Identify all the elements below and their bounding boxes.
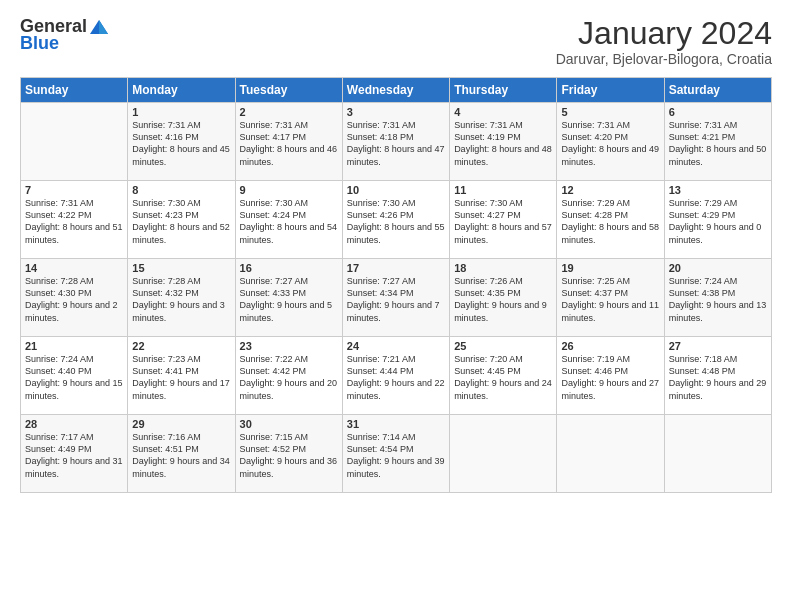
- cell-sunrise: Sunrise: 7:27 AMSunset: 4:33 PMDaylight:…: [240, 276, 333, 322]
- calendar-week-row: 21 Sunrise: 7:24 AMSunset: 4:40 PMDaylig…: [21, 337, 772, 415]
- day-number: 28: [25, 418, 123, 430]
- table-row: 3 Sunrise: 7:31 AMSunset: 4:18 PMDayligh…: [342, 103, 449, 181]
- table-row: 5 Sunrise: 7:31 AMSunset: 4:20 PMDayligh…: [557, 103, 664, 181]
- location-subtitle: Daruvar, Bjelovar-Bilogora, Croatia: [556, 51, 772, 67]
- cell-sunrise: Sunrise: 7:25 AMSunset: 4:37 PMDaylight:…: [561, 276, 659, 322]
- day-number: 9: [240, 184, 338, 196]
- table-row: 10 Sunrise: 7:30 AMSunset: 4:26 PMDaylig…: [342, 181, 449, 259]
- cell-sunrise: Sunrise: 7:31 AMSunset: 4:19 PMDaylight:…: [454, 120, 552, 166]
- cell-sunrise: Sunrise: 7:30 AMSunset: 4:23 PMDaylight:…: [132, 198, 230, 244]
- table-row: 12 Sunrise: 7:29 AMSunset: 4:28 PMDaylig…: [557, 181, 664, 259]
- cell-sunrise: Sunrise: 7:14 AMSunset: 4:54 PMDaylight:…: [347, 432, 445, 478]
- month-title: January 2024: [556, 16, 772, 51]
- day-number: 29: [132, 418, 230, 430]
- day-number: 25: [454, 340, 552, 352]
- day-number: 30: [240, 418, 338, 430]
- day-number: 16: [240, 262, 338, 274]
- cell-sunrise: Sunrise: 7:19 AMSunset: 4:46 PMDaylight:…: [561, 354, 659, 400]
- day-number: 3: [347, 106, 445, 118]
- day-number: 13: [669, 184, 767, 196]
- table-row: 8 Sunrise: 7:30 AMSunset: 4:23 PMDayligh…: [128, 181, 235, 259]
- table-row: 4 Sunrise: 7:31 AMSunset: 4:19 PMDayligh…: [450, 103, 557, 181]
- day-number: 21: [25, 340, 123, 352]
- day-number: 8: [132, 184, 230, 196]
- cell-sunrise: Sunrise: 7:18 AMSunset: 4:48 PMDaylight:…: [669, 354, 767, 400]
- logo-blue-text: Blue: [20, 33, 59, 54]
- day-number: 17: [347, 262, 445, 274]
- cell-sunrise: Sunrise: 7:30 AMSunset: 4:24 PMDaylight:…: [240, 198, 338, 244]
- table-row: 6 Sunrise: 7:31 AMSunset: 4:21 PMDayligh…: [664, 103, 771, 181]
- cell-sunrise: Sunrise: 7:31 AMSunset: 4:22 PMDaylight:…: [25, 198, 123, 244]
- table-row: 22 Sunrise: 7:23 AMSunset: 4:41 PMDaylig…: [128, 337, 235, 415]
- table-row: [557, 415, 664, 493]
- cell-sunrise: Sunrise: 7:17 AMSunset: 4:49 PMDaylight:…: [25, 432, 123, 478]
- day-number: 24: [347, 340, 445, 352]
- header-saturday: Saturday: [664, 78, 771, 103]
- table-row: 31 Sunrise: 7:14 AMSunset: 4:54 PMDaylig…: [342, 415, 449, 493]
- cell-sunrise: Sunrise: 7:31 AMSunset: 4:17 PMDaylight:…: [240, 120, 338, 166]
- header-sunday: Sunday: [21, 78, 128, 103]
- header-friday: Friday: [557, 78, 664, 103]
- table-row: 14 Sunrise: 7:28 AMSunset: 4:30 PMDaylig…: [21, 259, 128, 337]
- cell-sunrise: Sunrise: 7:16 AMSunset: 4:51 PMDaylight:…: [132, 432, 230, 478]
- table-row: 18 Sunrise: 7:26 AMSunset: 4:35 PMDaylig…: [450, 259, 557, 337]
- table-row: 20 Sunrise: 7:24 AMSunset: 4:38 PMDaylig…: [664, 259, 771, 337]
- header-tuesday: Tuesday: [235, 78, 342, 103]
- table-row: 19 Sunrise: 7:25 AMSunset: 4:37 PMDaylig…: [557, 259, 664, 337]
- cell-sunrise: Sunrise: 7:30 AMSunset: 4:27 PMDaylight:…: [454, 198, 552, 244]
- table-row: 9 Sunrise: 7:30 AMSunset: 4:24 PMDayligh…: [235, 181, 342, 259]
- header-wednesday: Wednesday: [342, 78, 449, 103]
- day-number: 5: [561, 106, 659, 118]
- cell-sunrise: Sunrise: 7:31 AMSunset: 4:21 PMDaylight:…: [669, 120, 767, 166]
- calendar-table: Sunday Monday Tuesday Wednesday Thursday…: [20, 77, 772, 493]
- day-number: 19: [561, 262, 659, 274]
- header-thursday: Thursday: [450, 78, 557, 103]
- logo-icon: [88, 18, 110, 36]
- day-number: 10: [347, 184, 445, 196]
- cell-sunrise: Sunrise: 7:31 AMSunset: 4:20 PMDaylight:…: [561, 120, 659, 166]
- cell-sunrise: Sunrise: 7:22 AMSunset: 4:42 PMDaylight:…: [240, 354, 338, 400]
- cell-sunrise: Sunrise: 7:31 AMSunset: 4:18 PMDaylight:…: [347, 120, 445, 166]
- svg-marker-1: [99, 20, 108, 34]
- table-row: 15 Sunrise: 7:28 AMSunset: 4:32 PMDaylig…: [128, 259, 235, 337]
- calendar-week-row: 28 Sunrise: 7:17 AMSunset: 4:49 PMDaylig…: [21, 415, 772, 493]
- table-row: [664, 415, 771, 493]
- table-row: 16 Sunrise: 7:27 AMSunset: 4:33 PMDaylig…: [235, 259, 342, 337]
- cell-sunrise: Sunrise: 7:27 AMSunset: 4:34 PMDaylight:…: [347, 276, 440, 322]
- day-number: 11: [454, 184, 552, 196]
- cell-sunrise: Sunrise: 7:23 AMSunset: 4:41 PMDaylight:…: [132, 354, 230, 400]
- table-row: 7 Sunrise: 7:31 AMSunset: 4:22 PMDayligh…: [21, 181, 128, 259]
- table-row: 27 Sunrise: 7:18 AMSunset: 4:48 PMDaylig…: [664, 337, 771, 415]
- page-header: General Blue January 2024 Daruvar, Bjelo…: [20, 16, 772, 67]
- calendar-week-row: 14 Sunrise: 7:28 AMSunset: 4:30 PMDaylig…: [21, 259, 772, 337]
- calendar-week-row: 1 Sunrise: 7:31 AMSunset: 4:16 PMDayligh…: [21, 103, 772, 181]
- cell-sunrise: Sunrise: 7:28 AMSunset: 4:30 PMDaylight:…: [25, 276, 118, 322]
- cell-sunrise: Sunrise: 7:15 AMSunset: 4:52 PMDaylight:…: [240, 432, 338, 478]
- table-row: 24 Sunrise: 7:21 AMSunset: 4:44 PMDaylig…: [342, 337, 449, 415]
- table-row: 28 Sunrise: 7:17 AMSunset: 4:49 PMDaylig…: [21, 415, 128, 493]
- table-row: 13 Sunrise: 7:29 AMSunset: 4:29 PMDaylig…: [664, 181, 771, 259]
- day-number: 18: [454, 262, 552, 274]
- day-number: 31: [347, 418, 445, 430]
- table-row: [450, 415, 557, 493]
- day-number: 2: [240, 106, 338, 118]
- table-row: 23 Sunrise: 7:22 AMSunset: 4:42 PMDaylig…: [235, 337, 342, 415]
- header-monday: Monday: [128, 78, 235, 103]
- table-row: 17 Sunrise: 7:27 AMSunset: 4:34 PMDaylig…: [342, 259, 449, 337]
- cell-sunrise: Sunrise: 7:29 AMSunset: 4:29 PMDaylight:…: [669, 198, 762, 244]
- table-row: 29 Sunrise: 7:16 AMSunset: 4:51 PMDaylig…: [128, 415, 235, 493]
- table-row: 2 Sunrise: 7:31 AMSunset: 4:17 PMDayligh…: [235, 103, 342, 181]
- day-number: 14: [25, 262, 123, 274]
- cell-sunrise: Sunrise: 7:24 AMSunset: 4:38 PMDaylight:…: [669, 276, 767, 322]
- cell-sunrise: Sunrise: 7:30 AMSunset: 4:26 PMDaylight:…: [347, 198, 445, 244]
- cell-sunrise: Sunrise: 7:28 AMSunset: 4:32 PMDaylight:…: [132, 276, 225, 322]
- day-number: 12: [561, 184, 659, 196]
- table-row: 26 Sunrise: 7:19 AMSunset: 4:46 PMDaylig…: [557, 337, 664, 415]
- day-number: 27: [669, 340, 767, 352]
- calendar-week-row: 7 Sunrise: 7:31 AMSunset: 4:22 PMDayligh…: [21, 181, 772, 259]
- day-number: 22: [132, 340, 230, 352]
- calendar-page: General Blue January 2024 Daruvar, Bjelo…: [0, 0, 792, 612]
- cell-sunrise: Sunrise: 7:24 AMSunset: 4:40 PMDaylight:…: [25, 354, 123, 400]
- table-row: 1 Sunrise: 7:31 AMSunset: 4:16 PMDayligh…: [128, 103, 235, 181]
- day-number: 23: [240, 340, 338, 352]
